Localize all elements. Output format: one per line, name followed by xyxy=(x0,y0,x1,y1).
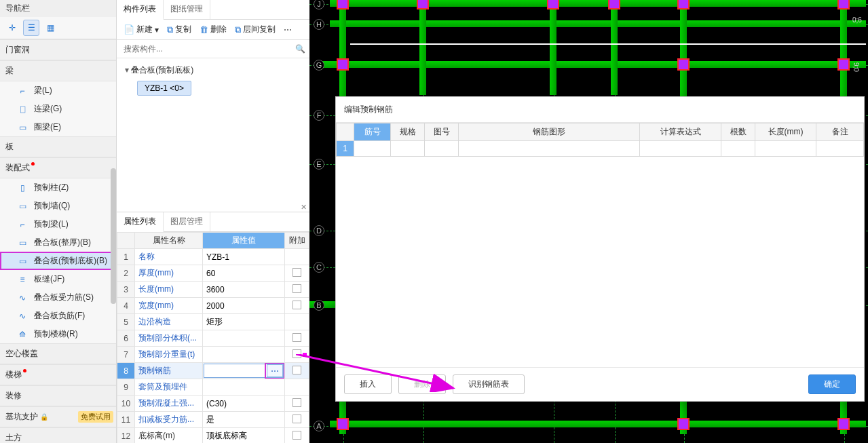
delete-icon: 🗑 xyxy=(200,24,208,35)
nav-precast-col[interactable]: ▯预制柱(Z) xyxy=(0,178,116,197)
dialog-footer: 插入 删除 识别钢筋表 确定 xyxy=(336,367,864,401)
col-guige[interactable]: 规格 xyxy=(391,123,425,141)
axis-F: F xyxy=(314,110,324,121)
delete-button[interactable]: 删除 xyxy=(398,374,446,394)
component-tree: 叠合板(预制底板) YZB-1 <0> xyxy=(117,58,309,100)
dim-label: 0;6 xyxy=(852,16,862,24)
checkbox[interactable] xyxy=(293,284,301,293)
floor-copy-button[interactable]: ⧉层间复制 xyxy=(232,22,278,37)
tab-drawings[interactable]: 图纸管理 xyxy=(164,0,210,19)
checkbox[interactable] xyxy=(293,366,301,374)
tree-leaf-yzb1[interactable]: YZB-1 <0> xyxy=(137,81,191,96)
nav-slab-rebar-f[interactable]: ∿叠合板负筋(F) xyxy=(0,307,116,325)
lock-icon: 🔒 xyxy=(38,413,48,421)
rebar-table[interactable]: 筋号 规格 图号 钢筋图形 计算表达式 根数 长度(mm) 备注 1 xyxy=(336,123,864,157)
col-tuhao[interactable]: 图号 xyxy=(425,123,459,141)
nav-precast-stair[interactable]: ⟰预制楼梯(R) xyxy=(0,325,116,343)
col-prop-val: 属性值 xyxy=(203,233,285,249)
checkbox[interactable] xyxy=(293,349,301,358)
col-length[interactable]: 长度(mm) xyxy=(755,123,816,141)
col-shape[interactable]: 钢筋图形 xyxy=(459,123,640,141)
nav-precast-beam[interactable]: ⌐预制梁(L) xyxy=(0,215,116,233)
nav-sidebar: 导航栏 ✛ ☰ ▦ 门窗洞 梁 ⌐梁(L) ⎕连梁(G) ▭圈梁(E) 板 装配… xyxy=(0,0,117,443)
free-trial-badge[interactable]: 免费试用 xyxy=(78,411,113,423)
section-earth[interactable]: 土方 xyxy=(0,427,116,443)
checkbox[interactable] xyxy=(293,301,301,309)
grid-icon[interactable]: ▦ xyxy=(42,20,58,36)
prop-rebar-cell[interactable]: ⋯ xyxy=(203,363,285,379)
col-expr[interactable]: 计算表达式 xyxy=(640,123,721,141)
search-icon[interactable]: 🔍 xyxy=(295,44,305,54)
insert-button[interactable]: 插入 xyxy=(344,374,392,394)
prop-tabs: 属性列表 图层管理 xyxy=(117,212,309,232)
col-count[interactable]: 根数 xyxy=(721,123,755,141)
tab-properties[interactable]: 属性列表 xyxy=(117,212,164,232)
floor-copy-icon: ⧉ xyxy=(235,24,241,35)
nav-beam-l[interactable]: ⌐梁(L) xyxy=(0,81,116,100)
axis-D: D xyxy=(314,225,324,236)
precast-col-icon: ▯ xyxy=(16,183,29,193)
quanliang-icon: ▭ xyxy=(16,123,29,132)
axis-E: E xyxy=(314,159,324,170)
section-decor[interactable]: 装修 xyxy=(0,385,116,406)
component-toolbar: 📄新建 ▾ ⧉复制 🗑删除 ⧉层间复制 ⋯ xyxy=(117,20,309,40)
cursor-icon[interactable]: ✛ xyxy=(4,20,20,36)
checkbox[interactable] xyxy=(293,415,301,423)
section-slab[interactable]: 板 xyxy=(0,136,116,157)
chevron-down-icon: ▾ xyxy=(155,25,159,35)
col-note[interactable]: 备注 xyxy=(816,123,864,141)
checkbox[interactable] xyxy=(293,268,301,277)
copy-button[interactable]: ⧉复制 xyxy=(164,22,194,37)
nav-precast-wall[interactable]: ▭预制墙(Q) xyxy=(0,197,116,215)
dialog-body: 筋号 规格 图号 钢筋图形 计算表达式 根数 长度(mm) 备注 1 xyxy=(336,123,864,367)
checkbox[interactable] xyxy=(293,333,301,342)
nav-lam-slab-bottom[interactable]: ▭叠合板(预制底板)(B) xyxy=(0,252,116,270)
recognize-button[interactable]: 识别钢筋表 xyxy=(453,374,525,394)
list-icon[interactable]: ☰ xyxy=(23,20,39,36)
close-icon[interactable]: ✕ xyxy=(301,203,307,212)
section-assembly[interactable]: 装配式 xyxy=(0,157,116,178)
axis-C: C xyxy=(314,262,324,273)
rebar-s-icon: ∿ xyxy=(16,293,29,303)
search-input[interactable] xyxy=(121,41,295,56)
tree-parent[interactable]: 叠合板(预制底板) xyxy=(122,62,304,78)
delete-button[interactable]: 🗑删除 xyxy=(197,22,229,37)
precast-beam-icon: ⌐ xyxy=(16,220,29,229)
section-hollow[interactable]: 空心楼盖 xyxy=(0,343,116,364)
sidebar-title: 导航栏 xyxy=(0,0,116,17)
rebar-dialog: 编辑预制钢筋 筋号 规格 图号 钢筋图形 计算表达式 根数 长度(mm) 备注 … xyxy=(335,96,865,402)
section-pit[interactable]: 基坑支护 🔒免费试用 xyxy=(0,406,116,427)
annotation-dot xyxy=(303,353,307,357)
tab-components[interactable]: 构件列表 xyxy=(117,0,164,20)
section-window[interactable]: 门窗洞 xyxy=(0,39,116,60)
dim-label: 9;0 xyxy=(852,62,860,72)
checkbox[interactable] xyxy=(293,398,301,407)
new-button[interactable]: 📄新建 ▾ xyxy=(121,22,162,37)
nav-lianliang[interactable]: ⎕连梁(G) xyxy=(0,100,116,118)
mid-tabs: 构件列表 图纸管理 xyxy=(117,0,309,20)
nav-lam-slab-full[interactable]: ▭叠合板(整厚)(B) xyxy=(0,233,116,252)
more-button[interactable]: ⋯ xyxy=(281,24,295,36)
beam-icon: ⌐ xyxy=(16,86,29,96)
row-1[interactable]: 1 xyxy=(337,141,354,157)
cell-jinhao[interactable] xyxy=(354,141,391,157)
sidebar-scrollbar[interactable] xyxy=(111,168,116,304)
section-stair[interactable]: 楼梯 xyxy=(0,364,116,385)
checkbox[interactable] xyxy=(293,431,301,440)
copy-icon: ⧉ xyxy=(167,24,173,35)
slab-full-icon: ▭ xyxy=(16,238,29,248)
axis-H: H xyxy=(314,19,324,30)
view-mode-row: ✛ ☰ ▦ xyxy=(0,17,116,39)
section-beam[interactable]: 梁 xyxy=(0,60,116,81)
ok-button[interactable]: 确定 xyxy=(808,374,856,394)
stair-icon: ⟰ xyxy=(16,330,29,339)
tab-layers[interactable]: 图层管理 xyxy=(164,212,210,231)
lianliang-icon: ⎕ xyxy=(16,104,29,114)
slab-bottom-icon: ▭ xyxy=(16,256,29,266)
nav-slab-rebar-s[interactable]: ∿叠合板受力筋(S) xyxy=(0,288,116,307)
nav-slab-joint[interactable]: ≡板缝(JF) xyxy=(0,270,116,288)
dialog-title: 编辑预制钢筋 xyxy=(336,97,864,123)
ellipsis-button[interactable]: ⋯ xyxy=(267,364,283,377)
nav-quanliang[interactable]: ▭圈梁(E) xyxy=(0,118,116,136)
col-jinhao[interactable]: 筋号 xyxy=(354,123,391,141)
